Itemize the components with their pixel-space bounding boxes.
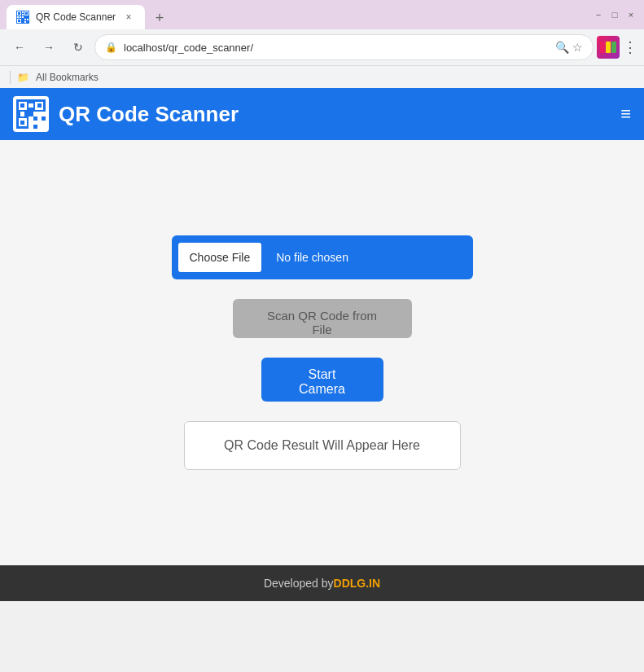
window-controls: − □ ×	[592, 8, 637, 21]
svg-rect-27	[33, 116, 37, 121]
forward-button[interactable]: →	[36, 34, 62, 60]
app-main: Choose File No file chosen Scan QR Code …	[0, 140, 644, 565]
footer-text: Developed by	[264, 577, 334, 590]
file-input-row: Choose File No file chosen	[172, 235, 473, 279]
result-placeholder-text: QR Code Result Will Appear Here	[224, 438, 420, 452]
choose-file-button[interactable]: Choose File	[178, 243, 262, 272]
profile-icon[interactable]	[597, 36, 620, 59]
back-button[interactable]: ←	[7, 34, 33, 60]
hamburger-menu-icon[interactable]: ≡	[620, 103, 631, 125]
svg-rect-28	[42, 116, 46, 121]
bookmarks-bar: 📁 All Bookmarks	[0, 65, 644, 88]
svg-rect-32	[28, 108, 33, 112]
browser-tab[interactable]: QR Code Scanner ×	[7, 5, 145, 29]
svg-rect-15	[600, 42, 605, 53]
svg-rect-29	[33, 125, 37, 129]
address-text: localhost/qr_code_scanner/	[124, 42, 549, 54]
svg-rect-7	[24, 19, 26, 20]
svg-rect-5	[25, 12, 28, 15]
address-bar[interactable]: 🔒 localhost/qr_code_scanner/ 🔍 ☆	[94, 34, 594, 60]
address-bar-row: ← → ↻ 🔒 localhost/qr_code_scanner/ 🔍 ☆ ⋮	[0, 29, 644, 65]
svg-rect-35	[28, 112, 33, 116]
result-box: QR Code Result Will Appear Here	[184, 421, 461, 470]
svg-rect-16	[606, 42, 611, 53]
svg-rect-23	[37, 103, 42, 108]
new-tab-button[interactable]: +	[148, 7, 171, 29]
no-file-label: No file chosen	[268, 251, 348, 264]
close-window-button[interactable]: ×	[624, 8, 637, 21]
svg-rect-11	[22, 14, 24, 15]
svg-rect-12	[17, 16, 19, 18]
app-title: QR Code Scanner	[59, 102, 620, 127]
svg-rect-20	[20, 103, 24, 108]
svg-rect-34	[24, 112, 28, 116]
svg-rect-9	[24, 21, 26, 23]
all-bookmarks-label[interactable]: All Bookmarks	[36, 72, 99, 83]
svg-rect-13	[20, 16, 21, 18]
app-logo	[13, 96, 49, 132]
app-container: QR Code Scanner ≡ Choose File No file ch…	[0, 88, 644, 601]
svg-rect-14	[22, 16, 24, 18]
refresh-button[interactable]: ↻	[65, 34, 91, 60]
footer-link[interactable]: DDLG.IN	[334, 577, 381, 590]
svg-rect-6	[18, 20, 20, 22]
tab-title: QR Code Scanner	[36, 11, 116, 23]
title-bar: QR Code Scanner × + − □ ×	[0, 0, 644, 29]
more-options-icon[interactable]: ⋮	[623, 38, 637, 56]
svg-rect-4	[18, 12, 20, 15]
app-footer: Developed by DDLG.IN	[0, 565, 644, 601]
scan-qr-button[interactable]: Scan QR Code from File	[233, 299, 412, 338]
bookmark-icon[interactable]: ☆	[572, 41, 583, 54]
tab-close-btn[interactable]: ×	[122, 11, 135, 24]
browser-chrome: QR Code Scanner × + − □ × ← → ↻ 🔒 localh…	[0, 0, 644, 88]
app-header: QR Code Scanner ≡	[0, 88, 644, 140]
svg-rect-10	[22, 11, 24, 13]
bookmarks-folder-icon: 📁	[17, 72, 29, 83]
svg-rect-26	[20, 121, 24, 125]
start-camera-button[interactable]: Start Camera	[261, 358, 383, 402]
svg-rect-17	[611, 42, 616, 53]
address-icons: 🔍 ☆	[555, 41, 583, 54]
maximize-button[interactable]: □	[608, 8, 621, 21]
minimize-button[interactable]: −	[592, 8, 605, 21]
svg-rect-31	[28, 99, 33, 103]
svg-rect-8	[27, 19, 28, 20]
svg-rect-33	[16, 112, 20, 116]
search-icon[interactable]: 🔍	[555, 41, 569, 54]
bookmarks-divider	[10, 71, 11, 84]
tab-list: QR Code Scanner × +	[7, 0, 589, 29]
lock-icon: 🔒	[105, 42, 117, 53]
tab-favicon	[16, 11, 29, 24]
